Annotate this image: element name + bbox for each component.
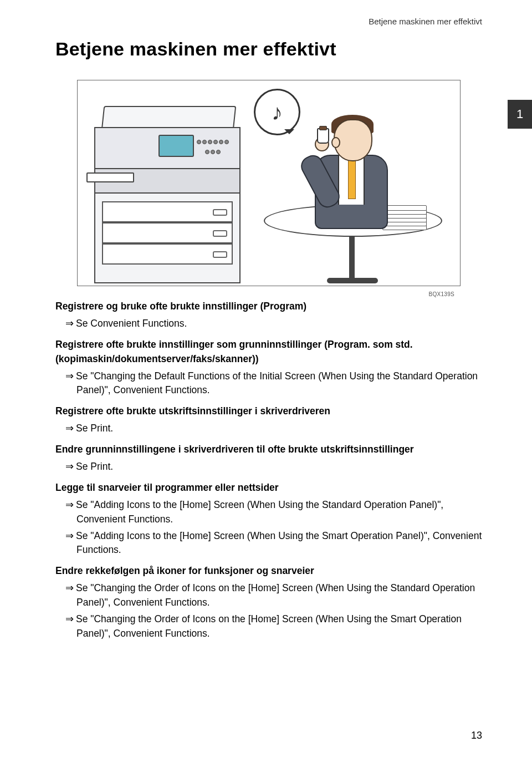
section-heading: Registrere ofte brukte utskriftsinnstill…	[55, 404, 482, 419]
section-heading: Endre rekkefølgen på ikoner for funksjon…	[55, 564, 482, 578]
page-number: 13	[471, 730, 482, 741]
page-title: Betjene maskinen mer effektivt	[55, 38, 482, 60]
reference-line: ⇒Se Print.	[76, 421, 482, 436]
reference-text: Se "Changing the Order of Icons on the […	[76, 582, 475, 608]
section-heading: Registrere og bruke ofte brukte innstill…	[55, 299, 482, 314]
arrow-icon: ⇒	[65, 499, 74, 510]
reference-text: Se "Changing the Order of Icons on the […	[76, 613, 462, 639]
arrow-icon: ⇒	[65, 423, 74, 434]
reference-line: ⇒Se "Changing the Default Functions of t…	[76, 369, 482, 398]
illustration: ♪	[77, 80, 461, 286]
reference-text: Se "Changing the Default Functions of th…	[76, 370, 478, 396]
reference-text: Se Convenient Functions.	[76, 318, 187, 329]
reference-line: ⇒Se "Adding Icons to the [Home] Screen (…	[76, 498, 482, 527]
section-heading: Legge til snarveier til programmer eller…	[55, 481, 482, 495]
running-header: Betjene maskinen mer effektivt	[55, 17, 482, 26]
reference-text: Se "Adding Icons to the [Home] Screen (W…	[76, 530, 482, 556]
illustration-code: BQX139S	[428, 291, 454, 297]
illustration-wrapper: ♪ BQX139S	[55, 80, 482, 286]
reference-line: ⇒Se "Changing the Order of Icons on the …	[76, 581, 482, 610]
section-heading: Endre grunninnstillingene i skriverdrive…	[55, 443, 482, 457]
copier-graphic	[94, 106, 247, 283]
reference-text: Se Print.	[76, 423, 113, 434]
reference-text: Se "Adding Icons to the [Home] Screen (W…	[76, 499, 443, 525]
reference-line: ⇒Se Print.	[76, 460, 482, 474]
arrow-icon: ⇒	[65, 613, 74, 624]
arrow-icon: ⇒	[65, 318, 74, 329]
arrow-icon: ⇒	[65, 582, 74, 593]
reference-text: Se Print.	[76, 461, 113, 472]
body-content: Registrere og bruke ofte brukte innstill…	[55, 299, 482, 641]
arrow-icon: ⇒	[65, 530, 74, 541]
section-heading: Registrere ofte brukte innstillinger som…	[55, 338, 482, 367]
reference-line: ⇒Se "Changing the Order of Icons on the …	[76, 612, 482, 641]
chapter-tab: 1	[508, 100, 532, 129]
reference-line: ⇒Se "Adding Icons to the [Home] Screen (…	[76, 529, 482, 558]
arrow-icon: ⇒	[65, 370, 74, 382]
arrow-icon: ⇒	[65, 461, 74, 472]
reference-line: ⇒Se Convenient Functions.	[76, 317, 482, 331]
person-graphic	[266, 100, 438, 283]
document-page: Betjene maskinen mer effektivt Betjene m…	[0, 0, 532, 757]
